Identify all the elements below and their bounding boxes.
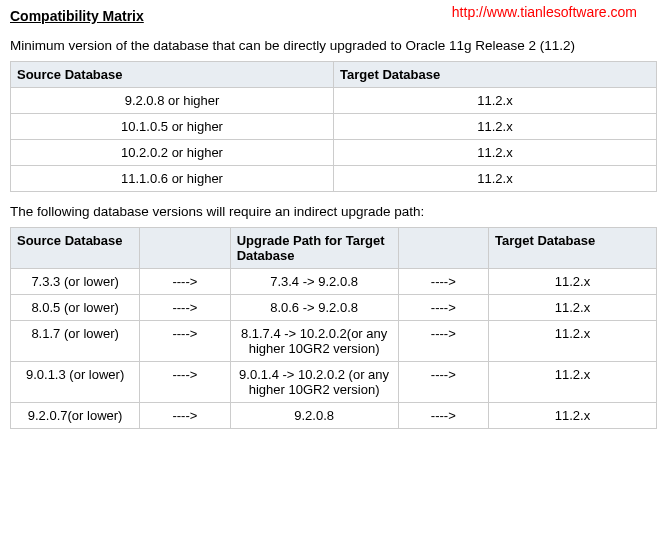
cell-path: 9.2.0.8: [230, 403, 398, 429]
watermark-link: http://www.tianlesoftware.com: [452, 4, 637, 20]
table-row: 9.2.0.7(or lower) ----> 9.2.0.8 ----> 11…: [11, 403, 657, 429]
cell-arrow: ---->: [140, 321, 230, 362]
table-row: 8.0.5 (or lower) ----> 8.0.6 -> 9.2.0.8 …: [11, 295, 657, 321]
cell-source: 9.0.1.3 (or lower): [11, 362, 140, 403]
cell-path: 7.3.4 -> 9.2.0.8: [230, 269, 398, 295]
cell-source: 10.1.0.5 or higher: [11, 114, 334, 140]
cell-source: 7.3.3 (or lower): [11, 269, 140, 295]
col-path: Upgrade Path for Target Database: [230, 228, 398, 269]
table-row: 7.3.3 (or lower) ----> 7.3.4 -> 9.2.0.8 …: [11, 269, 657, 295]
cell-source: 8.0.5 (or lower): [11, 295, 140, 321]
cell-target: 11.2.x: [489, 269, 657, 295]
indirect-upgrade-table: Source Database Upgrade Path for Target …: [10, 227, 657, 429]
header-row: Compatibility Matrix http://www.tianleso…: [10, 8, 657, 24]
section2-description: The following database versions will req…: [10, 204, 657, 219]
table-row: 9.2.0.8 or higher 11.2.x: [11, 88, 657, 114]
table-row: 10.1.0.5 or higher 11.2.x: [11, 114, 657, 140]
cell-arrow: ---->: [140, 403, 230, 429]
table-header-row: Source Database Target Database: [11, 62, 657, 88]
cell-target: 11.2.x: [334, 166, 657, 192]
cell-target: 11.2.x: [489, 295, 657, 321]
table-row: 9.0.1.3 (or lower) ----> 9.0.1.4 -> 10.2…: [11, 362, 657, 403]
cell-path: 8.1.7.4 -> 10.2.0.2(or any higher 10GR2 …: [230, 321, 398, 362]
table-row: 8.1.7 (or lower) ----> 8.1.7.4 -> 10.2.0…: [11, 321, 657, 362]
cell-path: 8.0.6 -> 9.2.0.8: [230, 295, 398, 321]
col-arrow2: [398, 228, 488, 269]
cell-target: 11.2.x: [489, 362, 657, 403]
cell-target: 11.2.x: [489, 403, 657, 429]
cell-arrow: ---->: [398, 269, 488, 295]
page-title: Compatibility Matrix: [10, 8, 144, 24]
col-source: Source Database: [11, 228, 140, 269]
table-row: 10.2.0.2 or higher 11.2.x: [11, 140, 657, 166]
table-header-row: Source Database Upgrade Path for Target …: [11, 228, 657, 269]
cell-arrow: ---->: [140, 362, 230, 403]
cell-arrow: ---->: [398, 362, 488, 403]
cell-source: 10.2.0.2 or higher: [11, 140, 334, 166]
cell-target: 11.2.x: [334, 114, 657, 140]
cell-arrow: ---->: [398, 295, 488, 321]
cell-arrow: ---->: [140, 295, 230, 321]
col-arrow1: [140, 228, 230, 269]
cell-target: 11.2.x: [334, 140, 657, 166]
cell-source: 8.1.7 (or lower): [11, 321, 140, 362]
col-target: Target Database: [334, 62, 657, 88]
direct-upgrade-table: Source Database Target Database 9.2.0.8 …: [10, 61, 657, 192]
col-target: Target Database: [489, 228, 657, 269]
cell-arrow: ---->: [140, 269, 230, 295]
col-source: Source Database: [11, 62, 334, 88]
cell-arrow: ---->: [398, 321, 488, 362]
section1-description: Minimum version of the database that can…: [10, 38, 657, 53]
cell-source: 9.2.0.7(or lower): [11, 403, 140, 429]
table-row: 11.1.0.6 or higher 11.2.x: [11, 166, 657, 192]
cell-target: 11.2.x: [334, 88, 657, 114]
cell-arrow: ---->: [398, 403, 488, 429]
cell-target: 11.2.x: [489, 321, 657, 362]
cell-path: 9.0.1.4 -> 10.2.0.2 (or any higher 10GR2…: [230, 362, 398, 403]
cell-source: 9.2.0.8 or higher: [11, 88, 334, 114]
cell-source: 11.1.0.6 or higher: [11, 166, 334, 192]
